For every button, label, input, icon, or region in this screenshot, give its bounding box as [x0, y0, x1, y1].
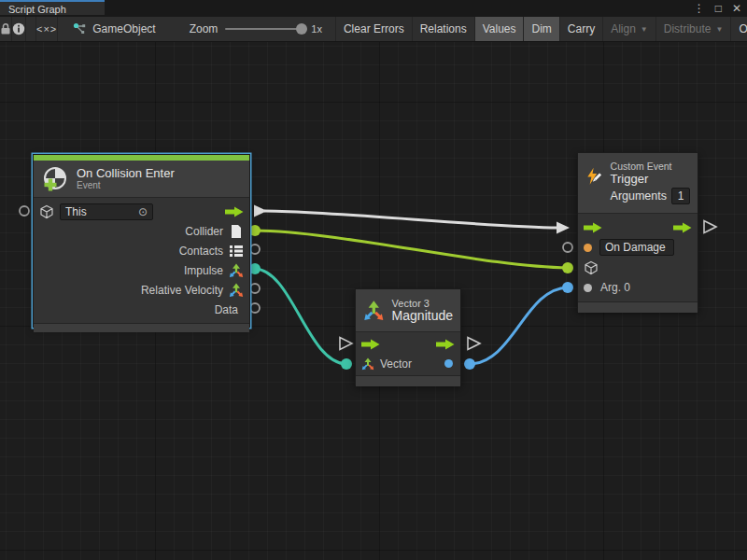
graph-icon — [73, 22, 87, 35]
zoom-label: Zoom — [190, 22, 218, 35]
close-icon[interactable]: ✕ — [732, 2, 741, 15]
port-impulse-out[interactable] — [249, 263, 261, 274]
menu-icon[interactable]: ⋮ — [694, 2, 705, 15]
clear-errors-button[interactable]: Clear Errors — [335, 17, 412, 41]
gameobject-cube-icon — [584, 260, 599, 275]
align-label: Align — [611, 22, 636, 35]
graph-target-label: GameObject — [92, 22, 155, 35]
node-subtitle: Event — [77, 180, 175, 191]
vector3-icon — [363, 298, 385, 324]
port-collision-enter-in[interactable] — [20, 206, 29, 216]
node-header: Custom Event Trigger Arguments 1 — [578, 153, 698, 214]
flow-row — [578, 217, 698, 238]
node-footer — [34, 323, 249, 332]
port-magnitude-result-out[interactable] — [464, 358, 475, 370]
zoom-slider[interactable] — [225, 28, 303, 30]
maximize-icon[interactable]: □ — [715, 2, 722, 15]
graph-target[interactable]: GameObject — [73, 17, 164, 41]
align-button[interactable]: Align ▼ — [602, 17, 655, 41]
carry-button[interactable]: Carry — [559, 17, 602, 41]
port-row-event-name[interactable]: On Damage — [578, 238, 698, 259]
node-title: On Collision Enter — [77, 166, 175, 180]
distribute-button[interactable]: Distribute ▼ — [655, 17, 731, 41]
inspect-button[interactable] — [12, 17, 26, 41]
graph-canvas[interactable]: On Collision Enter Event This ⊙ — [0, 42, 747, 560]
script-graph-window: Script Graph ⋮ □ ✕ <×> — [0, 0, 747, 560]
node-on-collision-enter[interactable]: On Collision Enter Event This ⊙ — [33, 154, 250, 328]
window-controls: ⋮ □ ✕ — [694, 0, 741, 17]
port-row-arg0[interactable]: Arg. 0 — [578, 278, 698, 299]
wire-magnitude-result[interactable] — [470, 287, 568, 364]
flow-out-arrow-icon[interactable] — [225, 206, 244, 217]
port-collider-out[interactable] — [249, 225, 261, 236]
info-icon — [12, 22, 25, 35]
vector3-icon — [229, 263, 244, 278]
node-footer — [578, 301, 698, 313]
port-event-name-in[interactable] — [563, 243, 572, 252]
title-bar: Script Graph ⋮ □ ✕ — [0, 0, 747, 17]
port-magnitude-flow-in[interactable] — [340, 338, 352, 350]
vector3-icon — [229, 283, 244, 298]
collision-event-icon — [41, 165, 69, 193]
port-label-collider: Collider — [185, 225, 223, 238]
node-trigger-custom-event[interactable]: Custom Event Trigger Arguments 1 — [577, 152, 698, 312]
port-row-data[interactable]: Data — [34, 300, 249, 319]
object-picker-icon[interactable]: ⊙ — [138, 205, 148, 218]
tab-script-graph[interactable]: Script Graph — [0, 0, 105, 15]
port-label-data: Data — [215, 303, 238, 316]
wire-flow[interactable] — [264, 211, 558, 228]
target-value: This — [65, 205, 87, 218]
result-port-dot[interactable] — [444, 359, 453, 368]
wire-impulse[interactable] — [255, 269, 346, 364]
dim-button[interactable]: Dim — [523, 17, 558, 41]
target-field[interactable]: This ⊙ — [60, 203, 153, 220]
string-port-dot[interactable] — [584, 244, 592, 252]
lock-button[interactable] — [0, 17, 12, 41]
gameobject-cube-icon — [39, 204, 54, 219]
arguments-field[interactable]: 1 — [671, 188, 690, 204]
custom-event-icon — [585, 161, 603, 192]
object-port-dot[interactable] — [584, 284, 592, 292]
flow-out-arrow-icon[interactable] — [436, 339, 455, 350]
port-custom-event-arg0-in[interactable] — [562, 282, 573, 293]
port-row-impulse[interactable]: Impulse — [34, 260, 249, 280]
overview-button[interactable]: Overv — [730, 17, 747, 41]
node-magnitude[interactable]: Vector 3 Magnitude — [355, 288, 461, 385]
port-row-vector[interactable]: Vector — [356, 354, 460, 373]
port-contacts-out[interactable] — [250, 245, 260, 254]
toolbar-buttons: Clear Errors Relations Values Dim Carry … — [335, 17, 747, 41]
values-button[interactable]: Values — [474, 17, 524, 41]
port-row-collider[interactable]: Collider — [34, 221, 249, 241]
chevron-down-icon: ▼ — [715, 25, 723, 34]
node-header: Vector 3 Magnitude — [356, 289, 460, 332]
zoom-slider-handle[interactable] — [296, 23, 307, 35]
relations-button[interactable]: Relations — [412, 17, 474, 41]
port-row-target[interactable] — [578, 258, 698, 278]
arguments-label: Arguments — [611, 189, 667, 203]
port-label-contacts: Contacts — [179, 245, 223, 258]
wire-flow-end-arrow — [557, 222, 570, 234]
vector3-icon — [361, 357, 374, 371]
wire-collider[interactable] — [255, 231, 568, 268]
port-custom-event-flow-out[interactable] — [704, 221, 716, 233]
port-relative-velocity-out[interactable] — [250, 284, 260, 293]
flow-in-arrow-icon[interactable] — [361, 339, 380, 350]
flow-in-arrow-icon[interactable] — [584, 222, 602, 233]
collider-doc-icon — [229, 224, 244, 239]
flow-out-arrow-icon[interactable] — [673, 222, 692, 233]
event-name-field[interactable]: On Damage — [599, 239, 674, 256]
port-magnitude-flow-out[interactable] — [468, 338, 480, 350]
port-magnitude-vector-in[interactable] — [341, 358, 352, 370]
target-row: This ⊙ — [34, 202, 249, 221]
port-label-relative-velocity: Relative Velocity — [141, 284, 223, 297]
port-data-out[interactable] — [250, 303, 260, 313]
port-label-impulse: Impulse — [184, 264, 223, 277]
port-row-contacts[interactable]: Contacts — [34, 241, 249, 260]
zoom-control: Zoom 1x — [190, 17, 322, 41]
code-view-button[interactable]: <×> — [35, 17, 58, 41]
port-label-vector: Vector — [380, 357, 412, 371]
port-row-relative-velocity[interactable]: Relative Velocity — [34, 280, 249, 300]
arguments-value: 1 — [678, 189, 684, 203]
zoom-value: 1x — [311, 23, 322, 35]
port-custom-event-target[interactable] — [562, 262, 573, 273]
